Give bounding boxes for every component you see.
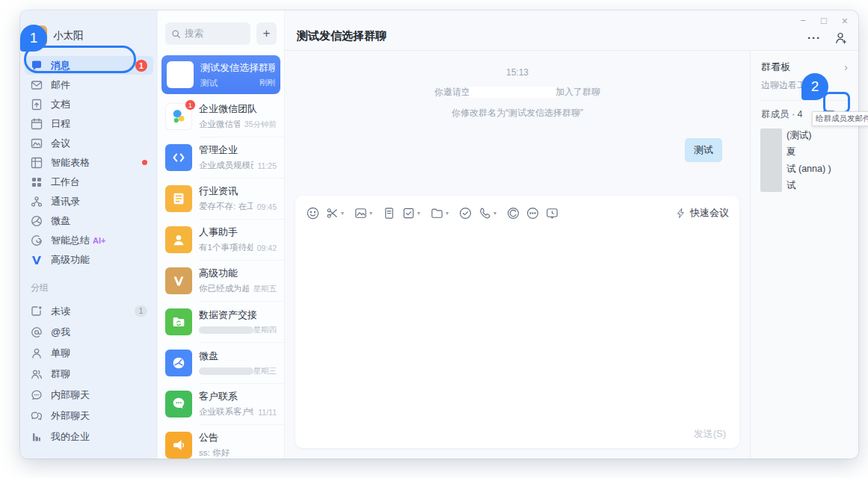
search-input[interactable] xyxy=(185,28,244,39)
minimize-button[interactable]: − xyxy=(800,16,806,26)
chat-time: 刚刚 xyxy=(259,78,275,88)
chat-list-item[interactable]: 数据资产交接 星期四 xyxy=(158,301,284,342)
check-circle-icon[interactable] xyxy=(458,206,473,220)
chat-time: 11/11 xyxy=(258,408,277,417)
quick-meeting-button[interactable]: 快速会议 xyxy=(675,206,729,220)
message-input[interactable] xyxy=(306,229,729,423)
sidebar-item-label: 智能表格 xyxy=(51,156,90,170)
conference-icon[interactable] xyxy=(506,206,520,220)
wecom-team-avatar: 1 xyxy=(165,103,192,130)
add-chat-button[interactable]: + xyxy=(256,22,277,45)
send-button[interactable]: 发送(S) xyxy=(694,427,726,441)
chat-list-item[interactable]: 客户联系 企业联系客户统计 ...11/11 xyxy=(158,383,284,424)
chat-name: 微盘 xyxy=(199,350,277,363)
chat-list-item-selected[interactable]: 测试发信选择群聊 测试刚刚 xyxy=(161,55,280,94)
sidebar-item-label: 外部聊天 xyxy=(51,409,90,423)
manage-company-avatar xyxy=(165,144,192,171)
v-logo-icon xyxy=(31,254,43,266)
scheduled-message-icon[interactable] xyxy=(545,206,559,220)
at-icon xyxy=(31,326,43,338)
chat-name: 公告 xyxy=(199,431,277,444)
sidebar-item-mentions[interactable]: @我 xyxy=(25,322,153,342)
sidebar-item-smart-table[interactable]: 智能表格 xyxy=(25,153,153,172)
sidebar-item-contacts[interactable]: 通讯录 xyxy=(25,192,153,211)
chat-name: 测试发信选择群聊 xyxy=(200,61,275,75)
outgoing-message-bubble[interactable]: 测试 xyxy=(685,138,722,162)
internal-chat-icon xyxy=(31,389,43,401)
window-controls: − □ × xyxy=(800,16,848,26)
sidebar-item-meeting[interactable]: 会议 xyxy=(25,134,153,152)
chat-list-item[interactable]: 高级功能 你已经成为超级管...星期五 xyxy=(158,260,284,301)
chat-list-item[interactable]: 行业资讯 爱存不存: 在工行...09:45 xyxy=(158,178,284,219)
sidebar-item-calendar[interactable]: 日程 xyxy=(25,114,153,133)
chat-preview: 有1个事项待处理 xyxy=(199,242,253,253)
chat-time: 11:25 xyxy=(258,161,277,170)
file-icon[interactable] xyxy=(382,206,396,220)
close-button[interactable]: × xyxy=(842,16,848,26)
grid-icon xyxy=(31,176,43,188)
document-icon xyxy=(31,99,43,111)
redacted-names xyxy=(469,87,557,98)
todo-icon[interactable] xyxy=(401,206,416,220)
maximize-button[interactable]: □ xyxy=(821,16,827,26)
chat-name: 企业微信团队 xyxy=(199,102,277,116)
chevron-down-icon[interactable]: ▾ xyxy=(341,210,344,217)
chat-more-button[interactable]: ··· xyxy=(807,34,821,42)
chat-list-item[interactable]: 1 企业微信团队 企业微信管理后...35分钟前 xyxy=(158,96,284,137)
search-icon xyxy=(171,29,181,39)
sidebar-item-my-company[interactable]: 我的企业 xyxy=(25,426,153,447)
call-icon[interactable] xyxy=(478,206,492,220)
chevron-down-icon[interactable]: ▾ xyxy=(446,210,449,217)
chat-preview: 测试 xyxy=(200,78,255,89)
chat-list-panel: + 测试发信选择群聊 测试刚刚 1 企业微信团队 企业微信管理后...35分钟前 xyxy=(158,10,285,459)
sidebar-item-label: 日程 xyxy=(51,117,70,131)
chevron-down-icon[interactable]: ▾ xyxy=(417,210,420,217)
screenshot-icon[interactable] xyxy=(325,206,339,220)
sidebar-item-advanced[interactable]: 高级功能 xyxy=(25,250,153,269)
sidebar-item-group-chats[interactable]: 群聊 xyxy=(25,364,153,384)
add-member-icon[interactable] xyxy=(834,31,848,45)
sidebar-item-label: 智能总结 xyxy=(51,234,90,247)
chat-name: 高级功能 xyxy=(199,267,277,280)
ai-summary-icon xyxy=(31,235,43,246)
drive-avatar xyxy=(165,350,192,376)
chat-time: 星期四 xyxy=(253,325,277,335)
sidebar-item-docs[interactable]: 文档 xyxy=(25,95,153,114)
search-box[interactable] xyxy=(165,22,250,45)
meeting-icon xyxy=(31,137,43,149)
annotation-highlight-mail-members xyxy=(823,92,850,114)
sidebar-item-direct-chats[interactable]: 单聊 xyxy=(25,343,153,363)
hr-assistant-avatar xyxy=(165,226,192,253)
sidebar-item-drive[interactable]: 微盘 xyxy=(25,211,153,230)
drive-icon xyxy=(31,215,43,227)
chevron-down-icon[interactable]: ▾ xyxy=(493,210,496,217)
sidebar-item-label: 内部聊天 xyxy=(51,388,90,402)
main-zone: − □ × 测试发信选择群聊 ··· 15:13 你邀请空加入了群聊 xyxy=(285,10,858,459)
mail-icon xyxy=(31,79,43,91)
chat-title: 测试发信选择群聊 xyxy=(297,29,387,43)
unread-group-count: 1 xyxy=(135,305,147,317)
groups-section-label: 分组 xyxy=(20,270,158,300)
chevron-down-icon[interactable]: ▾ xyxy=(369,210,372,217)
sidebar-item-external-chats[interactable]: 外部聊天 xyxy=(25,406,153,426)
chat-list-item[interactable]: 微盘 星期三 xyxy=(158,342,284,383)
emoji-icon[interactable] xyxy=(306,206,320,220)
system-message-invite: 你邀请空加入了群聊 xyxy=(434,86,600,99)
sidebar-item-internal-chats[interactable]: 内部聊天 xyxy=(25,385,153,405)
sidebar-item-workbench[interactable]: 工作台 xyxy=(25,173,153,191)
chat-list-item[interactable]: 管理企业 企业成员规模已达...11:25 xyxy=(158,137,284,178)
chat-list-item[interactable]: 公告 ss: 你好 xyxy=(158,424,284,459)
timestamp: 15:13 xyxy=(506,67,529,78)
sidebar-item-label: 单聊 xyxy=(51,347,70,360)
group-board-title: 群看板 xyxy=(761,60,790,74)
sidebar-item-label: 通讯录 xyxy=(51,195,80,208)
sidebar-item-ai-summary[interactable]: 智能总结 AI+ xyxy=(25,231,153,249)
folder-icon[interactable] xyxy=(430,206,444,220)
more-tools-icon[interactable] xyxy=(526,206,540,220)
chat-list-item[interactable]: 人事助手 有1个事项待处理09:42 xyxy=(158,219,284,260)
image-icon[interactable] xyxy=(354,206,368,220)
sidebar-item-unread[interactable]: 未读 1 xyxy=(25,301,153,321)
sidebar-item-mail[interactable]: 邮件 xyxy=(25,75,153,94)
industry-news-avatar xyxy=(165,185,192,212)
user-name: 小太阳 xyxy=(53,29,84,43)
